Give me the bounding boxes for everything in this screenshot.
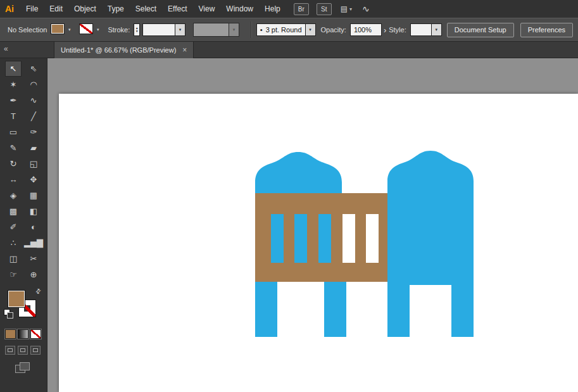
swap-fill-stroke-icon[interactable]: ⇄ (34, 287, 42, 296)
bridge-button[interactable]: Br (294, 3, 309, 15)
crib-slat-3[interactable] (318, 214, 331, 263)
fill-color-swatch-small[interactable] (51, 23, 65, 34)
symbol-sprayer-tool[interactable]: ∴ (5, 235, 22, 251)
chevron-down-icon[interactable]: ▾ (65, 23, 74, 36)
preferences-button[interactable]: Preferences (520, 23, 573, 37)
screen-mode-rect-front (20, 362, 30, 370)
pencil-tool[interactable]: ✎ (5, 140, 22, 156)
gradient-tool[interactable]: ◧ (25, 203, 42, 219)
draw-inside-button[interactable] (30, 346, 41, 355)
hand-tool[interactable]: ☞ (5, 267, 22, 282)
zoom-tool[interactable]: ⊕ (25, 267, 42, 282)
chevron-down-icon[interactable]: ▾ (432, 23, 442, 36)
brush-style-value[interactable]: •3 pt. Round (256, 23, 306, 36)
collapse-panel-icon[interactable]: « (4, 44, 8, 53)
paintbrush-tool[interactable]: ✑ (25, 124, 42, 140)
scale-tool[interactable]: ◱ (25, 156, 42, 172)
default-fill-stroke-icon[interactable] (4, 309, 13, 318)
menu-help[interactable]: Help (259, 0, 286, 18)
brush-preview-strip (194, 23, 229, 36)
opacity-field[interactable]: 100% (350, 23, 382, 36)
gpu-performance-icon[interactable]: ∿ (362, 4, 370, 14)
close-icon[interactable]: × (182, 46, 187, 54)
document-setup-button[interactable]: Document Setup (447, 23, 514, 37)
stroke-label: Stroke: (108, 26, 130, 34)
perspective-grid-tool[interactable]: ▦ (25, 187, 42, 203)
brush-definition-dropdown[interactable]: ▾ (193, 23, 239, 37)
stroke-weight-value[interactable] (142, 23, 175, 36)
opacity-menu-arrow-icon[interactable]: › (384, 25, 386, 35)
menu-type[interactable]: Type (102, 0, 130, 18)
menu-view[interactable]: View (193, 0, 221, 18)
width-tool[interactable]: ↔ (5, 172, 22, 187)
type-tool[interactable]: T (5, 108, 22, 124)
control-bar-buttons: Document Setup Preferences (447, 23, 573, 37)
chevron-down-icon[interactable]: ▾ (175, 23, 185, 36)
mini-stroke (7, 312, 13, 319)
curvature-tool[interactable]: ∿ (25, 92, 42, 108)
selection-tool[interactable]: ↖ (5, 61, 22, 77)
fill-color-control[interactable]: ▾ (51, 23, 74, 36)
stroke-color-control[interactable]: ▾ (79, 23, 103, 36)
fill-color-swatch[interactable] (8, 290, 25, 308)
none-button[interactable] (30, 329, 41, 339)
magic-wand-tool[interactable]: ✶ (5, 77, 22, 92)
direct-selection-tool[interactable]: ⇖ (25, 61, 42, 77)
lasso-tool[interactable]: ◠ (25, 77, 42, 92)
crib-slat-4[interactable] (342, 214, 355, 263)
menu-object[interactable]: Object (68, 0, 102, 18)
color-button[interactable] (5, 329, 16, 339)
shape-builder-tool[interactable]: ◈ (5, 187, 22, 203)
stock-button[interactable]: St (317, 3, 332, 15)
rotate-tool[interactable]: ↻ (5, 156, 22, 172)
crib-slat-1[interactable] (271, 214, 284, 263)
crib-leg-left-1[interactable] (255, 282, 277, 337)
stepper-down-icon[interactable]: ▼ (135, 30, 139, 33)
workspace-switcher[interactable]: ▤ ▾ (341, 4, 352, 13)
style-dropdown[interactable]: ▾ (410, 23, 442, 36)
crib-slat-2[interactable] (294, 214, 307, 263)
crib-leg-left-2[interactable] (324, 282, 346, 337)
chevron-down-icon: ▾ (349, 6, 352, 12)
rectangle-tool[interactable]: ▭ (5, 124, 22, 140)
crib-leg-right-1[interactable] (387, 284, 410, 337)
none-slash-icon (80, 24, 92, 34)
artboard-tool[interactable]: ◫ (5, 251, 22, 267)
pen-tool[interactable]: ✒ (5, 92, 22, 108)
line-segment-tool[interactable]: ╱ (25, 108, 42, 124)
menu-select[interactable]: Select (130, 0, 162, 18)
mesh-tool[interactable]: ▩ (5, 203, 22, 219)
style-value[interactable] (410, 23, 432, 36)
menu-effect[interactable]: Effect (162, 0, 192, 18)
draw-behind-button[interactable] (18, 346, 28, 355)
stroke-weight-combo[interactable]: ▾ (142, 23, 185, 36)
gradient-button[interactable] (18, 329, 28, 339)
crib-slat-5[interactable] (366, 214, 379, 263)
menu-edit[interactable]: Edit (44, 0, 68, 18)
chevron-down-icon[interactable]: ▾ (93, 23, 103, 36)
chevron-down-icon[interactable]: ▾ (306, 23, 316, 36)
artboard[interactable] (59, 94, 578, 392)
eraser-tool[interactable]: ▰ (25, 140, 42, 156)
stroke-weight-stepper[interactable]: ▲ ▼ (134, 23, 140, 36)
opacity-label: Opacity: (321, 26, 346, 34)
slice-tool[interactable]: ✂ (25, 251, 42, 267)
none-slash-icon (31, 330, 41, 338)
brush-style-dropdown[interactable]: •3 pt. Round ▾ (256, 23, 316, 36)
crib-right-headboard[interactable] (387, 151, 474, 285)
color-mode-buttons (5, 329, 47, 339)
eyedropper-tool[interactable]: ✐ (5, 219, 22, 235)
crib-leg-right-2[interactable] (451, 284, 474, 337)
column-graph-tool[interactable]: ▂▅▇ (25, 235, 42, 251)
fill-stroke-proxy: ⇄ (8, 290, 41, 320)
menu-window[interactable]: Window (220, 0, 259, 18)
screen-mode-button[interactable] (15, 362, 29, 372)
menu-file[interactable]: File (20, 0, 44, 18)
free-transform-tool[interactable]: ✥ (25, 172, 42, 187)
draw-normal-button[interactable] (5, 346, 15, 355)
blend-tool[interactable]: ◐ (25, 219, 42, 235)
opacity-field-wrap[interactable]: 100% (350, 23, 382, 36)
tool-grid: ↖⇖✶◠✒∿T╱▭✑✎▰↻◱↔✥◈▦▩◧✐◐∴▂▅▇◫✂☞⊕ (0, 58, 47, 282)
document-tab[interactable]: Untitled-1* @ 66.67% (RGB/Preview) × (54, 42, 194, 58)
stroke-color-swatch-small[interactable] (79, 23, 93, 34)
